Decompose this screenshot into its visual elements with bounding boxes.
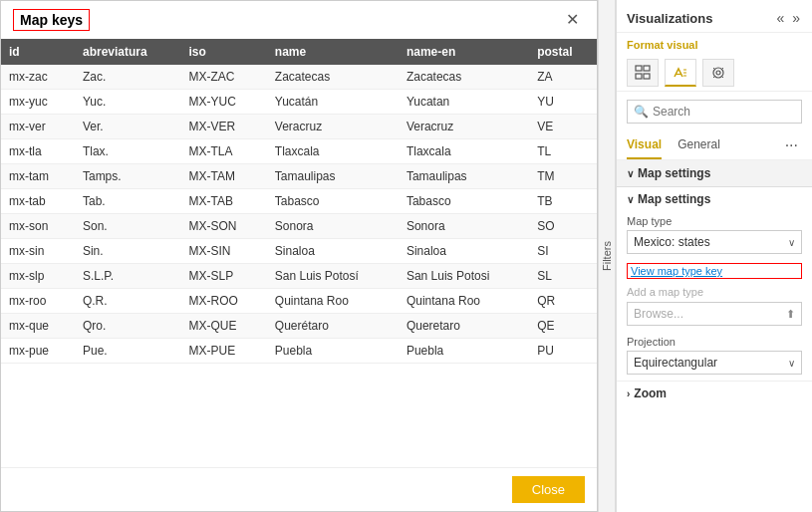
table-cell: Tab. [75, 189, 181, 214]
tab-more-icon[interactable]: ··· [781, 132, 802, 158]
table-cell: Querétaro [267, 314, 399, 339]
table-cell: PU [529, 339, 597, 364]
table-row: mx-tabTab.MX-TABTabascoTabascoTB [1, 189, 597, 214]
visualizations-panel: Visualizations « » Format visual [616, 0, 812, 512]
projection-value: Equirectangular [634, 356, 717, 370]
map-settings-label: Map settings [638, 166, 710, 180]
map-keys-table-container: id abreviatura iso name name-en postal m… [1, 39, 597, 467]
table-row: mx-sonSon.MX-SONSonoraSonoraSO [1, 214, 597, 239]
map-settings-sub-label: Map settings [638, 192, 710, 206]
table-cell: mx-ver [1, 115, 75, 139]
table-cell: Tamaulipas [267, 164, 399, 189]
format-visual-label: Format visual [617, 33, 812, 55]
table-cell: MX-SON [181, 214, 267, 239]
table-cell: MX-ROO [181, 289, 267, 314]
table-cell: MX-ZAC [181, 65, 267, 90]
projection-dropdown[interactable]: Equirectangular ∨ [627, 351, 802, 375]
table-icon-btn[interactable] [627, 59, 659, 87]
table-cell: MX-QUE [181, 314, 267, 339]
table-cell: mx-slp [1, 264, 75, 289]
col-iso: iso [181, 39, 267, 65]
table-cell: mx-roo [1, 289, 75, 314]
table-row: mx-slpS.L.P.MX-SLPSan Luis PotosíSan Lui… [1, 264, 597, 289]
view-map-type-key-link[interactable]: View map type key [627, 263, 802, 279]
table-cell: mx-tam [1, 164, 75, 189]
search-icon: 🔍 [634, 105, 649, 119]
browse-placeholder: Browse... [634, 307, 683, 321]
table-cell: Zacatecas [399, 65, 529, 90]
col-name-en: name-en [399, 39, 529, 65]
tab-general[interactable]: General [677, 131, 720, 159]
table-cell: Yucatan [399, 90, 529, 115]
analytics-icon-btn[interactable] [702, 59, 734, 87]
format-icon-btn[interactable] [665, 59, 696, 87]
collapse-left-icon[interactable]: « [774, 8, 786, 28]
table-cell: mx-tla [1, 139, 75, 164]
table-cell: MX-SIN [181, 239, 267, 264]
col-name: name [267, 39, 399, 65]
table-cell: Sin. [75, 239, 181, 264]
table-cell: MX-YUC [181, 90, 267, 115]
col-postal: postal [529, 39, 597, 65]
table-row: mx-verVer.MX-VERVeracruzVeracruzVE [1, 115, 597, 139]
table-cell: Tamaulipas [399, 164, 529, 189]
viz-tabs: Visual General ··· [617, 131, 812, 160]
table-cell: QR [529, 289, 597, 314]
viz-header: Visualizations « » [617, 0, 812, 33]
close-x-button[interactable]: ✕ [560, 10, 585, 30]
table-cell: mx-tab [1, 189, 75, 214]
table-cell: Veracruz [267, 115, 399, 139]
filters-sidebar[interactable]: Filters [598, 0, 616, 512]
map-keys-panel: Map keys ✕ id abreviatura iso name name-… [0, 0, 598, 512]
table-cell: Zac. [75, 65, 181, 90]
table-cell: mx-pue [1, 339, 75, 364]
zoom-section[interactable]: › Zoom [617, 381, 812, 405]
table-cell: Tabasco [267, 189, 399, 214]
table-cell: MX-SLP [181, 264, 267, 289]
search-input[interactable] [653, 105, 795, 119]
table-row: mx-tamTamps.MX-TAMTamaulipasTamaulipasTM [1, 164, 597, 189]
dropdown-arrow-icon: ∨ [788, 237, 795, 248]
table-row: mx-tlaTlax.MX-TLATlaxcalaTlaxcalaTL [1, 139, 597, 164]
table-cell: mx-zac [1, 65, 75, 90]
table-cell: Sonora [267, 214, 399, 239]
map-type-label: Map type [627, 215, 802, 227]
col-id: id [1, 39, 75, 65]
map-type-dropdown[interactable]: Mexico: states ∨ [627, 230, 802, 254]
table-cell: San Luis Potosí [267, 264, 399, 289]
viz-header-icons: « » [774, 8, 802, 28]
table-cell: Tlaxcala [399, 139, 529, 164]
projection-dropdown-arrow-icon: ∨ [788, 358, 795, 369]
table-cell: Sinaloa [267, 239, 399, 264]
tab-visual[interactable]: Visual [627, 131, 662, 159]
table-cell: TL [529, 139, 597, 164]
map-settings-sub-section[interactable]: ∨ Map settings [617, 187, 812, 211]
map-keys-table: id abreviatura iso name name-en postal m… [1, 39, 597, 364]
table-cell: Sonora [399, 214, 529, 239]
search-box: 🔍 [627, 100, 802, 124]
table-cell: MX-VER [181, 115, 267, 139]
map-keys-title: Map keys [13, 9, 90, 31]
expand-right-icon[interactable]: » [790, 8, 802, 28]
table-cell: SL [529, 264, 597, 289]
table-cell: Puebla [399, 339, 529, 364]
table-row: mx-queQro.MX-QUEQuerétaroQueretaroQE [1, 314, 597, 339]
close-button[interactable]: Close [512, 476, 585, 503]
svg-rect-2 [636, 74, 642, 79]
table-cell: MX-TAB [181, 189, 267, 214]
table-cell: Son. [75, 214, 181, 239]
table-cell: Quintana Roo [267, 289, 399, 314]
svg-rect-0 [636, 66, 642, 71]
projection-label: Projection [627, 336, 802, 348]
sub-section-chevron-icon: ∨ [627, 194, 634, 205]
browse-input[interactable]: Browse... ⬆ [627, 302, 802, 326]
table-cell: mx-sin [1, 239, 75, 264]
svg-rect-1 [644, 66, 650, 71]
table-cell: TB [529, 189, 597, 214]
table-cell: MX-PUE [181, 339, 267, 364]
table-cell: Queretaro [399, 314, 529, 339]
map-settings-section[interactable]: ∨ Map settings [617, 160, 812, 187]
col-abreviatura: abreviatura [75, 39, 181, 65]
table-cell: mx-yuc [1, 90, 75, 115]
table-cell: Puebla [267, 339, 399, 364]
